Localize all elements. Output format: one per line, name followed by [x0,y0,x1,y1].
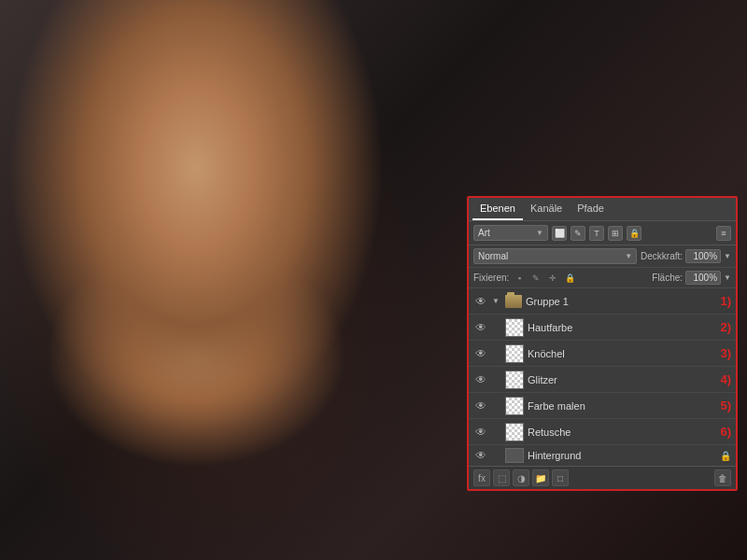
filter-label: Art [478,228,490,238]
layer-row-retusche[interactable]: 👁 Retusche 6) [469,419,736,445]
lock-padlock-icon[interactable]: 🔒 [563,272,576,285]
visibility-icon-gruppe1[interactable]: 👁 [473,294,488,309]
visibility-icon-glitzer[interactable]: 👁 [473,372,488,387]
panel-bottom-bar: fx ⬚ ◑ 📁 □ 🗑 [469,466,736,489]
lock-label: Fixieren: [473,273,509,283]
blend-mode-row: Normal ▼ Deckkraft: 100% ▼ [469,245,736,268]
layer-name-farbe-malen: Farbe malen [528,400,712,412]
layer-number-gruppe1: 1) [720,294,731,308]
tab-pfade[interactable]: Pfade [570,198,612,220]
thumb-retusche [505,423,524,441]
opacity-label: Deckkraft: [641,251,683,261]
thumb-hintergrund [505,448,524,463]
opacity-section: Deckkraft: 100% ▼ [641,249,731,263]
delete-layer-icon[interactable]: 🗑 [714,469,731,486]
filter-lock-icon[interactable]: 🔒 [627,226,641,241]
tab-kanaele[interactable]: Kanäle [523,198,570,220]
layer-name-hintergrund: Hintergrund [528,450,716,461]
thumb-hautfarbe [505,318,524,337]
blend-mode-label: Normal [478,251,508,261]
visibility-icon-retusche[interactable]: 👁 [473,425,488,440]
layer-name-glitzer: Glitzer [528,374,712,385]
filter-menu-icon[interactable]: ≡ [716,226,731,241]
filter-transform-icon[interactable]: ⊞ [608,226,623,241]
panel-tabs: Ebenen Kanäle Pfade [469,198,736,221]
expand-arrow-gruppe1[interactable]: ▼ [492,297,501,305]
layers-panel: Ebenen Kanäle Pfade Art ▼ ⬜ ✎ T ⊞ 🔒 ≡ No… [467,196,738,491]
thumb-farbe-malen [505,397,524,415]
visibility-icon-hintergrund[interactable]: 👁 [473,448,488,463]
flaeche-input[interactable]: 100% [685,271,721,285]
new-group-icon[interactable]: 📁 [532,469,549,486]
filter-type-icon[interactable]: T [589,226,604,241]
flaeche-chevron: ▼ [724,273,731,282]
layer-row-glitzer[interactable]: 👁 Glitzer 4) [469,367,736,393]
lock-brush-icon[interactable]: ✎ [529,272,543,285]
layer-row-farbe-malen[interactable]: 👁 Farbe malen 5) [469,393,736,419]
filter-select[interactable]: Art ▼ [473,225,548,241]
portrait-image [0,0,458,560]
flaeche-label: Fläche: [652,273,683,283]
layer-row-knoechel[interactable]: 👁 Knöchel 3) [469,341,736,367]
layer-row-hintergrund[interactable]: 👁 Hintergrund 🔒 [469,445,736,466]
opacity-input[interactable]: 100% [685,249,721,263]
layer-number-knoechel: 3) [720,346,731,360]
hintergrund-lock-icon: 🔒 [720,451,731,461]
add-mask-icon[interactable]: ⬚ [493,469,510,486]
thumb-knoechel [505,344,524,363]
layer-name-retusche: Retusche [528,427,712,438]
layer-row-gruppe1[interactable]: 👁 ▼ Gruppe 1 1) [469,288,736,315]
thumb-glitzer [505,371,524,389]
visibility-icon-hautfarbe[interactable]: 👁 [473,320,488,335]
visibility-icon-farbe-malen[interactable]: 👁 [473,399,488,413]
layer-number-farbe-malen: 5) [720,399,731,413]
layer-name-hautfarbe: Hautfarbe [528,322,712,333]
layer-number-hautfarbe: 2) [720,320,731,334]
layer-name-gruppe1: Gruppe 1 [526,296,712,307]
opacity-chevron: ▼ [724,252,731,260]
blend-mode-select[interactable]: Normal ▼ [473,248,637,264]
flaeche-section: Fläche: 100% ▼ [652,271,731,285]
blend-mode-chevron: ▼ [625,252,632,260]
lock-checkered-icon[interactable]: ▪ [513,272,526,285]
filter-row: Art ▼ ⬜ ✎ T ⊞ 🔒 ≡ [469,221,736,245]
visibility-icon-knoechel[interactable]: 👁 [473,346,488,361]
filter-image-icon[interactable]: ⬜ [552,226,567,241]
layer-number-glitzer: 4) [720,372,731,386]
filter-chevron: ▼ [536,229,543,237]
lock-row: Fixieren: ▪ ✎ ✛ 🔒 Fläche: 100% ▼ [469,268,736,288]
adjustment-layer-icon[interactable]: ◑ [513,469,529,486]
new-layer-icon[interactable]: □ [552,469,569,486]
layer-number-retusche: 6) [720,425,731,439]
lock-move-icon[interactable]: ✛ [546,272,559,285]
folder-icon-gruppe1 [505,295,522,308]
layer-name-knoechel: Knöchel [528,348,712,359]
filter-brush-icon[interactable]: ✎ [571,226,585,241]
fx-icon[interactable]: fx [473,469,490,486]
tab-ebenen[interactable]: Ebenen [472,198,523,220]
layer-row-hautfarbe[interactable]: 👁 Hautfarbe 2) [469,315,736,341]
